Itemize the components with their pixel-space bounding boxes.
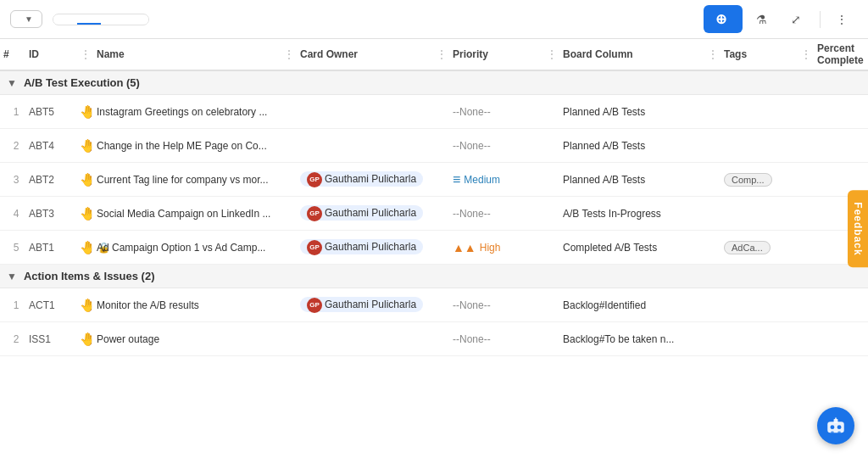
all-cards-button[interactable]: ▼ bbox=[10, 10, 42, 28]
row-id: ABT3 bbox=[29, 208, 80, 220]
row-board-column: A/B Tests In-Progress bbox=[563, 208, 707, 220]
row-priority: ≡ Medium bbox=[453, 173, 546, 187]
tag-chip: AdCa... bbox=[724, 241, 771, 254]
bot-icon[interactable] bbox=[817, 407, 854, 444]
group-chevron[interactable]: ▼ bbox=[7, 271, 17, 282]
table-row[interactable]: 1 ABT5 🤚 Instagram Greetings on celebrat… bbox=[0, 95, 868, 129]
table-row[interactable]: 1 ACT1 🤚 Monitor the A/B results GPGauth… bbox=[0, 288, 868, 322]
view-tabs bbox=[53, 14, 149, 25]
row-tags: AdCa... bbox=[724, 241, 800, 254]
row-priority: --None-- bbox=[453, 299, 546, 311]
svg-rect-5 bbox=[831, 432, 833, 433]
group-name: A/B Test Execution (5) bbox=[24, 76, 140, 89]
col-drag-priority[interactable]: ⋮ bbox=[546, 47, 563, 61]
row-number: 5 bbox=[3, 242, 29, 254]
tab-board[interactable] bbox=[53, 15, 77, 24]
filter-icon: ⚗ bbox=[756, 13, 767, 26]
row-priority: ▲▲ High bbox=[453, 241, 546, 254]
svg-rect-0 bbox=[827, 422, 844, 433]
col-board: Board Column bbox=[563, 48, 707, 60]
feedback-tab[interactable]: Feedback bbox=[848, 190, 868, 267]
table-row[interactable]: 2 ISS1 🤚 Power outage --None-- Backlog#T… bbox=[0, 322, 868, 356]
row-name: Instagram Greetings on celebratory ... bbox=[97, 106, 283, 118]
priority-none: --None-- bbox=[453, 208, 491, 220]
col-num: # bbox=[3, 48, 29, 60]
row-name: Power outage bbox=[97, 333, 283, 345]
row-owner: GPGauthami Pulicharla bbox=[300, 240, 436, 255]
avatar: GP bbox=[307, 240, 322, 254]
owner-chip: GPGauthami Pulicharla bbox=[300, 171, 423, 187]
table-row[interactable]: 5 ABT1 🤚 🔒 Ad Campaign Option 1 vs Ad Ca… bbox=[0, 231, 868, 265]
priority-none: --None-- bbox=[453, 333, 491, 345]
col-drag-tags[interactable]: ⋮ bbox=[800, 47, 817, 61]
tab-timeline[interactable] bbox=[101, 15, 125, 24]
svg-rect-6 bbox=[837, 432, 840, 433]
tab-list[interactable] bbox=[77, 14, 101, 25]
row-name: Ad Campaign Option 1 vs Ad Camp... bbox=[97, 242, 283, 254]
row-priority: --None-- bbox=[453, 332, 546, 345]
row-tags: Comp... bbox=[724, 173, 800, 186]
row-name: Social Media Campaign on LinkedIn ... bbox=[97, 208, 283, 220]
owner-chip: GPGauthami Pulicharla bbox=[300, 297, 423, 312]
row-board-column: Backlog#Identified bbox=[563, 299, 707, 311]
priority-medium: ≡ Medium bbox=[453, 173, 546, 187]
row-icon: 🤚 bbox=[80, 206, 97, 221]
priority-high-icon: ▲▲ bbox=[453, 241, 476, 254]
table-row[interactable]: 2 ABT4 🤚 Change in the Help ME Page on C… bbox=[0, 129, 868, 163]
col-pct: Percent Complete bbox=[817, 42, 868, 66]
row-icon: 🤚 bbox=[80, 138, 97, 154]
tab-more[interactable] bbox=[125, 15, 148, 24]
col-drag-owner[interactable]: ⋮ bbox=[436, 47, 453, 61]
more-action[interactable]: ⋮ bbox=[829, 8, 858, 31]
group-name: Action Items & Issues (2) bbox=[24, 270, 155, 282]
row-board-column: Planned A/B Tests bbox=[563, 140, 707, 152]
owner-chip: GPGauthami Pulicharla bbox=[300, 205, 423, 221]
row-icon: 🤚 🔒 bbox=[80, 240, 97, 255]
col-drag-id[interactable]: ⋮ bbox=[80, 47, 97, 61]
col-priority: Priority bbox=[453, 48, 546, 60]
chevron-down-icon: ▼ bbox=[25, 14, 33, 24]
tag-chip: Comp... bbox=[724, 173, 772, 187]
row-id: ABT5 bbox=[29, 106, 80, 118]
toolbar: ▼ ⊕ ⚗ ⤢ ⋮ bbox=[0, 0, 868, 39]
table-row[interactable]: 4 ABT3 🤚 Social Media Campaign on Linked… bbox=[0, 197, 868, 231]
col-id: ID bbox=[29, 48, 80, 60]
avatar: GP bbox=[307, 206, 322, 221]
col-drag-board[interactable]: ⋮ bbox=[707, 47, 724, 61]
row-board-column: Completed A/B Tests bbox=[563, 242, 707, 254]
row-number: 3 bbox=[3, 174, 29, 186]
row-name: Change in the Help ME Page on Co... bbox=[97, 140, 283, 152]
owner-chip: GPGauthami Pulicharla bbox=[300, 239, 423, 254]
row-number: 1 bbox=[3, 299, 29, 311]
svg-point-1 bbox=[831, 425, 835, 429]
col-drag-name[interactable]: ⋮ bbox=[283, 47, 300, 61]
row-priority: --None-- bbox=[453, 105, 546, 118]
row-board-column: Planned A/B Tests bbox=[563, 106, 707, 118]
avatar: GP bbox=[307, 298, 322, 312]
priority-medium-icon: ≡ bbox=[453, 173, 460, 187]
table-body: ▼ A/B Test Execution (5) 1 ABT5 🤚 Instag… bbox=[0, 71, 868, 458]
row-board-column: Backlog#To be taken n... bbox=[563, 333, 707, 345]
priority-high: ▲▲ High bbox=[453, 241, 546, 254]
priority-none: --None-- bbox=[453, 106, 491, 118]
row-number: 1 bbox=[3, 106, 29, 118]
row-number: 4 bbox=[3, 208, 29, 220]
row-icon: 🤚 bbox=[80, 104, 97, 120]
row-owner: GPGauthami Pulicharla bbox=[300, 298, 436, 313]
group-header-0[interactable]: ▼ A/B Test Execution (5) bbox=[0, 71, 868, 95]
ellipsis-icon: ⋮ bbox=[836, 13, 848, 26]
row-priority: --None-- bbox=[453, 139, 546, 152]
col-tags: Tags bbox=[724, 48, 800, 60]
filter-action[interactable]: ⚗ bbox=[749, 8, 777, 31]
add-button[interactable]: ⊕ bbox=[704, 5, 743, 33]
priority-none: --None-- bbox=[453, 299, 491, 311]
row-owner: GPGauthami Pulicharla bbox=[300, 172, 436, 187]
group-chevron[interactable]: ▼ bbox=[7, 77, 17, 89]
col-name: Name bbox=[97, 48, 283, 60]
expand-action[interactable]: ⤢ bbox=[784, 8, 811, 31]
row-number: 2 bbox=[3, 140, 29, 152]
row-owner: GPGauthami Pulicharla bbox=[300, 206, 436, 221]
row-id: ABT4 bbox=[29, 140, 80, 152]
group-header-1[interactable]: ▼ Action Items & Issues (2) bbox=[0, 265, 868, 288]
table-row[interactable]: 3 ABT2 🤚 Current Tag line for company vs… bbox=[0, 163, 868, 197]
